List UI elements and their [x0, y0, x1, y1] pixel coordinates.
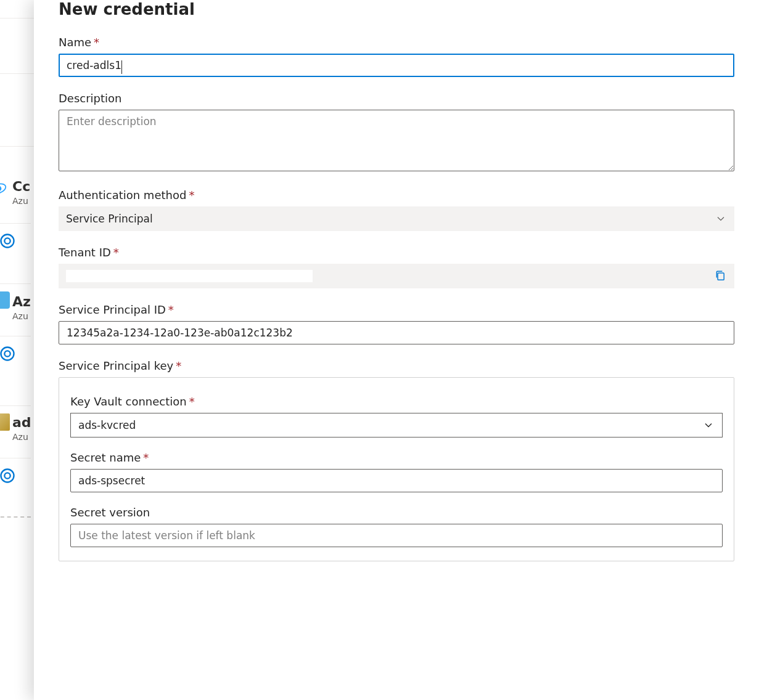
target-icon: [0, 345, 16, 362]
collection-icon: [0, 180, 7, 197]
bg-item-sub: Azu: [12, 196, 28, 206]
chevron-down-icon: [716, 214, 726, 224]
field-secret-version: Secret version: [70, 506, 723, 547]
secret-name-input[interactable]: [70, 469, 723, 492]
bg-item-title: Az: [12, 294, 31, 309]
field-kv-connection: Key Vault connection* ads-kvcred: [70, 395, 723, 437]
name-input-value: cred-adls1: [67, 59, 121, 71]
bg-item-title: Cc: [12, 179, 30, 194]
secret-version-label: Secret version: [70, 506, 723, 519]
svg-point-2: [1, 235, 14, 248]
bg-item-title: ad: [12, 415, 31, 430]
sp-id-label: Service Principal ID*: [59, 303, 734, 316]
kv-connection-label-text: Key Vault connection: [70, 395, 187, 408]
name-label: Name*: [59, 36, 734, 49]
sp-key-subgroup: Key Vault connection* ads-kvcred Secret …: [59, 377, 734, 561]
name-input[interactable]: cred-adls1: [59, 54, 734, 77]
field-sp-id: Service Principal ID*: [59, 303, 734, 344]
svg-point-4: [1, 348, 14, 360]
kv-connection-select[interactable]: ads-kvcred: [70, 413, 723, 437]
bg-item-sub: Azu: [12, 311, 28, 321]
secret-name-label: Secret name*: [70, 451, 723, 464]
tenant-id-label: Tenant ID*: [59, 246, 734, 259]
auth-method-label: Authentication method*: [59, 189, 734, 201]
tenant-id-label-text: Tenant ID: [59, 246, 111, 259]
resource-icon: [0, 291, 10, 309]
resource-icon: [0, 413, 10, 431]
svg-point-7: [4, 473, 10, 478]
bg-item-sub: Azu: [12, 432, 28, 442]
secret-version-input[interactable]: [70, 524, 723, 547]
name-label-text: Name: [59, 36, 91, 49]
description-label: Description: [59, 92, 734, 105]
field-tenant-id: Tenant ID*: [59, 246, 734, 288]
svg-point-1: [0, 187, 1, 191]
field-secret-name: Secret name*: [70, 451, 723, 492]
new-credential-panel: New credential Name* cred-adls1 Descript…: [34, 0, 759, 700]
svg-rect-8: [718, 273, 724, 280]
sp-key-label-text: Service Principal key: [59, 359, 173, 372]
description-textarea[interactable]: [59, 110, 734, 171]
auth-method-label-text: Authentication method: [59, 189, 186, 201]
target-icon: [0, 232, 16, 250]
svg-point-3: [4, 238, 10, 243]
auth-method-value: Service Principal: [66, 213, 153, 225]
required-asterisk: *: [176, 359, 181, 372]
required-asterisk: *: [168, 303, 174, 316]
svg-point-6: [1, 470, 14, 482]
sp-id-input[interactable]: [59, 321, 734, 344]
copy-tenant-id-button[interactable]: [715, 270, 727, 282]
bg-divider-dashed: [0, 516, 31, 518]
chevron-down-icon: [704, 420, 713, 430]
sp-key-label: Service Principal key*: [59, 359, 734, 372]
required-asterisk: *: [143, 451, 149, 464]
panel-title: New credential: [59, 0, 734, 18]
field-sp-key: Service Principal key* Key Vault connect…: [59, 359, 734, 561]
field-name: Name* cred-adls1: [59, 36, 734, 77]
required-asterisk: *: [94, 36, 99, 49]
kv-connection-label: Key Vault connection*: [70, 395, 723, 408]
kv-connection-value: ads-kvcred: [78, 419, 136, 431]
required-asterisk: *: [189, 395, 195, 408]
sp-id-label-text: Service Principal ID: [59, 303, 166, 316]
background-resource-list: Cc Azu Az Azu ad: [0, 0, 34, 700]
svg-point-5: [4, 351, 10, 356]
tenant-id-masked-value: [66, 270, 313, 282]
required-asterisk: *: [113, 246, 119, 259]
field-auth-method: Authentication method* Service Principal: [59, 189, 734, 231]
field-description: Description: [59, 92, 734, 174]
secret-name-label-text: Secret name: [70, 451, 141, 464]
tenant-id-readonly: [59, 264, 734, 288]
target-icon: [0, 467, 16, 484]
required-asterisk: *: [189, 189, 194, 201]
auth-method-select[interactable]: Service Principal: [59, 206, 734, 231]
